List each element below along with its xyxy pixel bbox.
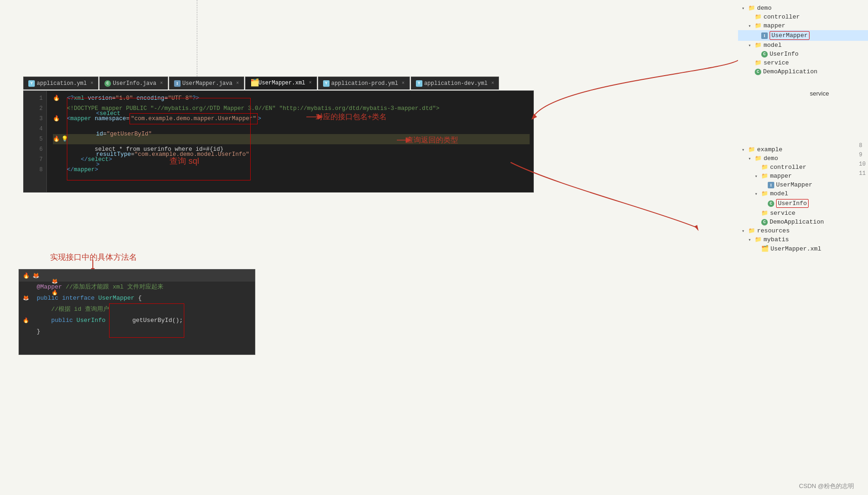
sql-annotation: 查询 sql <box>169 155 199 167</box>
line-num-8-r: 8 <box>857 141 868 150</box>
yaml-icon: Y <box>28 80 35 87</box>
fire-icon-1: 🔥 <box>53 93 60 103</box>
watermark: CSDN @粉色的志明 <box>799 482 854 490</box>
tab-close[interactable]: × <box>309 80 312 85</box>
tab-label: application-prod.yml <box>331 80 398 87</box>
xml-file-icon: 🗂️ <box>250 80 257 86</box>
code-content: 🔥 <?xml version="1.0" encoding="UTF-8" ?… <box>49 91 533 177</box>
fire-icon-5: 🔥 <box>53 134 60 144</box>
tree-item-mapper-b[interactable]: ▾ 📁 mapper <box>738 172 868 180</box>
tree-item-demoapplication-top[interactable]: C DemoApplication <box>738 67 868 76</box>
tab-label: application.yml <box>37 80 87 87</box>
tab-usermapper-xml[interactable]: 🗂️ UserMapper.xml × <box>245 77 317 90</box>
line-numbers: 1 2 3 4 5 6 7 8 <box>24 91 47 192</box>
gutter-3: 🔥 <box>53 114 67 124</box>
tree-item-mybatis[interactable]: ▾ 📁 mybatis <box>738 235 868 244</box>
line-num-4: 4 <box>24 124 46 134</box>
line-num-3: 3 <box>24 114 46 124</box>
tab-close[interactable]: × <box>160 81 163 86</box>
tree-item-usermapper-b[interactable]: I UserMapper <box>738 180 868 189</box>
c-file-icon-b2: C <box>761 219 768 225</box>
c-file-icon-2: C <box>755 69 761 75</box>
c-file-icon-b: C <box>768 200 774 207</box>
snippet-line-4: 🔥 public UserInfo getUserById(); <box>19 315 255 326</box>
gutter-5: 🔥 💡 <box>53 134 67 144</box>
tree-item-controller-b[interactable]: 📁 controller <box>738 163 868 172</box>
line-num-8: 8 <box>24 165 46 175</box>
service-label-top: service <box>810 90 829 97</box>
code-line-6: select * from userinfo where id=#{id} <box>53 144 530 154</box>
tree-item-demo-b[interactable]: ▾ 📁 demo <box>738 154 868 163</box>
yaml-icon: Y <box>416 80 422 87</box>
tab-label: UserInfo.java <box>113 80 156 87</box>
tree-item-userinfo[interactable]: C UserInfo <box>738 50 868 58</box>
line-num-6: 6 <box>24 144 46 154</box>
tree-item-controller[interactable]: 📁 controller <box>738 13 868 21</box>
tabs-bar: Y application.yml × C UserInfo.java × I … <box>23 76 499 90</box>
tree-item-service-b[interactable]: 📁 service <box>738 209 868 218</box>
tree-item-mapper[interactable]: ▾ 📁 mapper <box>738 21 868 30</box>
line-num-2: 2 <box>24 103 46 114</box>
line-num-9-r: 9 <box>857 151 868 159</box>
tree-item-demoapplication-b[interactable]: C DemoApplication <box>738 218 868 226</box>
tree-item-resources-b[interactable]: ▾ 📁 resources <box>738 226 868 235</box>
gutter-1: 🔥 <box>53 93 67 103</box>
tab-usermapper-java[interactable]: I UserMapper.java × <box>169 77 244 90</box>
tab-close[interactable]: × <box>491 81 494 86</box>
tab-userinfo-java[interactable]: C UserInfo.java × <box>99 77 168 90</box>
i-icon: I <box>174 80 181 87</box>
tab-label: UserMapper.java <box>182 80 233 87</box>
line-num-7: 7 <box>24 154 46 165</box>
snippet-icon-3: 🦊 <box>23 293 29 304</box>
c-icon: C <box>104 80 111 87</box>
code-snippet[interactable]: 🔥 🦊 🦊 🔥 @Mapper //添加后才能跟 xml 文件对应起来 🦊 pu… <box>19 269 255 355</box>
tree-item-demo[interactable]: ▾ 📁 demo <box>738 4 868 13</box>
tab-close[interactable]: × <box>236 81 239 86</box>
svg-marker-1 <box>694 225 699 231</box>
yaml-icon: Y <box>323 80 330 87</box>
line-num-10-r: 10 <box>857 160 868 168</box>
tab-label: application-dev.yml <box>424 80 488 87</box>
namespace-annotation: 对应的接口包名+类名 <box>316 112 387 122</box>
tree-item-usermapper[interactable]: I UserMapper <box>738 30 868 41</box>
line-num-1: 1 <box>24 93 46 103</box>
tree-item-example[interactable]: ▾ 📁 example <box>738 145 868 154</box>
tab-application-dev-yml[interactable]: Y application-dev.yml × <box>411 77 499 90</box>
tab-application-yml[interactable]: Y application.yml × <box>23 77 98 90</box>
snippet-line-1: 🦊 🔥 @Mapper //添加后才能跟 xml 文件对应起来 <box>19 282 255 293</box>
tab-close[interactable]: × <box>91 81 93 86</box>
c-file-icon: C <box>761 51 768 58</box>
vertical-divider <box>197 0 197 79</box>
impl-label: 实现接口中的具体方法名 <box>50 252 137 263</box>
line-num-11-r: 11 <box>857 169 868 178</box>
tree-item-userinfo-b[interactable]: C UserInfo <box>738 198 868 209</box>
tab-close[interactable]: × <box>402 81 405 86</box>
tab-application-prod-yml[interactable]: Y application-prod.yml × <box>318 77 410 90</box>
i-file-icon-b: I <box>768 182 774 188</box>
snippet-line-2: 🦊 public interface UserMapper { <box>19 293 255 304</box>
line-num-5: 5 <box>24 134 46 144</box>
tree-item-model-b[interactable]: ▾ 📁 model <box>738 189 868 198</box>
xml-icon: 🗂️ <box>761 245 769 252</box>
tree-item-service-top[interactable]: 📁 service <box>738 58 868 67</box>
tree-item-usermapper-xml[interactable]: 🗂️ UserMapper.xml <box>738 244 868 253</box>
tab-label: UserMapper.xml <box>259 80 305 86</box>
file-tree-top: ▾ 📁 demo 📁 controller ▾ 📁 mapper I UserM… <box>738 0 868 107</box>
result-type-annotation: 查询返回的类型 <box>406 135 458 145</box>
tree-item-model[interactable]: ▾ 📁 model <box>738 41 868 50</box>
fire-icon-3: 🔥 <box>53 114 60 124</box>
file-tree-bottom: 8 9 10 11 ▾ 📁 example ▾ 📁 demo 📁 control… <box>738 141 868 290</box>
snippet-fire-2: 🔥 <box>23 315 29 326</box>
i-file-icon: I <box>761 32 768 39</box>
method-box: getUserById(); <box>109 303 184 338</box>
